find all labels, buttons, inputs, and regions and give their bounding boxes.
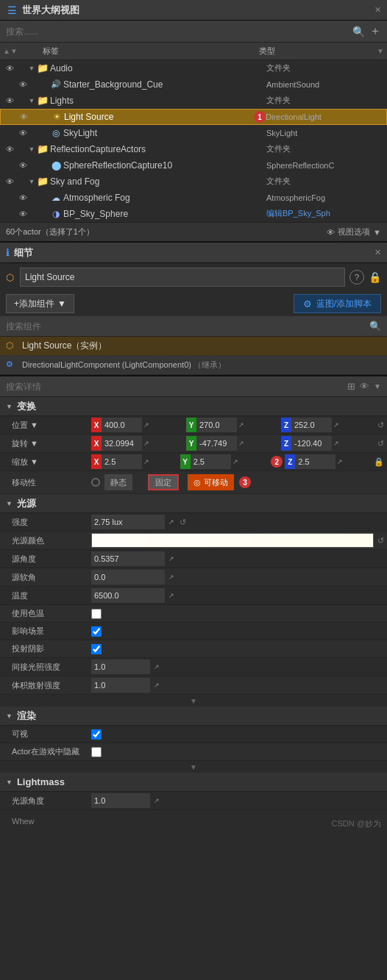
scale-x-input[interactable] (102, 454, 142, 469)
tree-item-starter[interactable]: 👁 🔊 Starter_Background_Cue AmbientSound (0, 76, 387, 93)
lock-scale-icon[interactable]: 🔒 (374, 457, 384, 467)
light-color-value: ↺ (88, 532, 387, 549)
add-component-row: +添加组件 ▼ ⚙ 蓝图/添加脚本 (0, 291, 387, 316)
add-component-button[interactable]: +添加组件 ▼ (6, 294, 74, 313)
static-button[interactable]: 静态 (104, 474, 132, 490)
help-icon[interactable]: ? (349, 270, 364, 285)
search-icon-small[interactable]: 🔍 (369, 321, 381, 332)
eye-options-icon[interactable]: 👁 (360, 381, 369, 392)
expand-icon: ↗ (143, 440, 149, 447)
tree-item-atmofog[interactable]: 👁 ☁ Atmospheric Fog AtmosphericFog (0, 190, 387, 206)
add-icon[interactable]: ＋ (369, 24, 381, 39)
affects-world-label: 影响场景 (0, 626, 88, 637)
reset-intensity-icon[interactable]: ↺ (180, 518, 186, 527)
eye-icon[interactable]: 👁 (17, 110, 30, 124)
blueprint-button[interactable]: ⚙ 蓝图/添加脚本 (294, 294, 381, 313)
item-type-link[interactable]: 编辑BP_Sky_Sph (266, 208, 384, 219)
tree-item-skylight[interactable]: 👁 ◎ SkyLight SkyLight (0, 125, 387, 141)
eye-icon[interactable]: 👁 (3, 143, 16, 156)
eye-icon[interactable]: 👁 (3, 62, 16, 75)
lock-icon[interactable]: 🔒 (369, 271, 381, 283)
rotation-label: 旋转 ▼ (0, 438, 88, 449)
position-x-field: X ↗ (91, 418, 184, 432)
eye-icon[interactable]: 👁 (16, 207, 29, 221)
tree-item-audio[interactable]: 👁 ▼ 📁 Audio 文件夹 (0, 60, 387, 76)
use-temperature-row: 使用色温 (0, 605, 387, 623)
use-temperature-checkbox[interactable] (91, 609, 102, 619)
details-panel: ℹ 细节 ✕ ⬡ ? 🔒 +添加组件 ▼ ⚙ 蓝图/添加脚本 🔍 ⬡ Light… (0, 243, 387, 376)
rotation-row: 旋转 ▼ X ↗ Y ↗ Z ↗ ↺ (0, 434, 387, 453)
temperature-input[interactable] (91, 588, 165, 603)
scale-z-input[interactable] (295, 454, 335, 469)
transform-section-header[interactable]: ▼ 变换 (0, 397, 387, 416)
details-close-icon[interactable]: ✕ (374, 248, 381, 257)
eye-icon[interactable]: 👁 (16, 126, 29, 140)
expand-arrow[interactable]: ▼ (26, 176, 37, 187)
scale-z-field: Z ↗ (285, 454, 372, 469)
filter-icon[interactable]: ▼ (377, 47, 384, 55)
view-options-button[interactable]: 👁 视图选项 ▼ (327, 226, 381, 237)
tree-item-skyfog[interactable]: 👁 ▼ 📁 Sky and Fog 文件夹 (0, 174, 387, 190)
rotation-z-input[interactable] (291, 436, 332, 451)
hidden-in-game-value (88, 745, 387, 759)
tree-item-lights[interactable]: 👁 ▼ 📁 Lights 文件夹 (0, 93, 387, 109)
section-title: 渲染 (17, 709, 36, 723)
source-angle-input[interactable] (91, 551, 165, 566)
visible-checkbox[interactable] (91, 729, 102, 740)
skylight-icon: ◎ (50, 127, 62, 139)
vol-scatter-input[interactable] (91, 678, 150, 693)
tree-item-lightsource[interactable]: 👁 ☀ Light Source 1 DirectionalLight (0, 109, 387, 125)
item-type: 文件夹 (266, 95, 384, 106)
reset-position-icon[interactable]: ↺ (377, 421, 384, 430)
lightmass-section-header[interactable]: ▼ Lightmass (0, 773, 387, 792)
lightsource-section-header[interactable]: ▼ 光源 (0, 494, 387, 513)
render-section-header[interactable]: ▼ 渲染 (0, 707, 387, 726)
actor-name-input[interactable] (20, 268, 345, 287)
eye-icon[interactable]: 👁 (3, 175, 16, 188)
vol-scatter-row: 体积散射强度 ↗ (0, 676, 387, 695)
tree-item-bpsky[interactable]: 👁 ◑ BP_Sky_Sphere 编辑BP_Sky_Sph (0, 206, 387, 222)
position-x-input[interactable] (102, 418, 142, 432)
expand-arrow[interactable]: ▼ (26, 96, 37, 106)
indirect-intensity-value: ↗ (88, 658, 387, 676)
eye-icon[interactable]: 👁 (16, 78, 29, 91)
lightmass-source-angle-input[interactable] (91, 793, 150, 808)
scale-y-input[interactable] (191, 454, 231, 469)
intensity-input[interactable] (91, 515, 165, 529)
position-z-input[interactable] (291, 418, 332, 432)
reset-rotation-icon[interactable]: ↺ (377, 439, 384, 448)
component-row[interactable]: ⚙ DirectionalLightComponent (LightCompon… (0, 356, 387, 375)
rotation-x-input[interactable] (102, 436, 142, 451)
eye-icon[interactable]: 👁 (3, 94, 16, 107)
search-icon[interactable]: 🔍 (352, 26, 365, 37)
hidden-in-game-checkbox[interactable] (91, 747, 102, 757)
props-search-input[interactable] (6, 382, 343, 392)
dropdown-arrow[interactable]: ▼ (374, 382, 381, 390)
tree-item-sphere[interactable]: 👁 ⬤ SphereReflectionCapture10 SphereRefl… (0, 157, 387, 174)
cast-shadows-checkbox[interactable] (91, 644, 102, 654)
expand-icon: ↗ (168, 573, 174, 581)
grid-icon[interactable]: ⊞ (347, 381, 355, 392)
movable-button[interactable]: ◎ 可移动 (188, 474, 234, 490)
outliner-search-input[interactable] (6, 26, 348, 37)
outliner-close-icon[interactable]: ✕ (374, 5, 381, 15)
source-soft-angle-input[interactable] (91, 570, 165, 584)
color-swatch[interactable] (91, 533, 374, 548)
expand-arrow[interactable]: ▼ (26, 144, 37, 154)
fixed-button[interactable]: 固定 (148, 474, 179, 490)
tree-item-reflections[interactable]: 👁 ▼ 📁 ReflectionCaptureActors 文件夹 (0, 141, 387, 157)
reset-color-icon[interactable]: ↺ (377, 536, 384, 546)
expand-arrow[interactable]: ▼ (26, 63, 37, 74)
eye-icon[interactable]: 👁 (16, 159, 29, 172)
type-column-header: 类型 (259, 46, 377, 57)
expand-icon: ↗ (333, 421, 339, 429)
rotation-y-input[interactable] (196, 436, 237, 451)
affects-world-checkbox[interactable] (91, 626, 102, 637)
indirect-intensity-input[interactable] (91, 659, 150, 674)
component-search-input[interactable] (6, 321, 365, 332)
position-y-input[interactable] (196, 418, 237, 432)
item-label: Light Source (64, 112, 252, 122)
eye-icon[interactable]: 👁 (16, 191, 29, 204)
rotation-y-field: Y ↗ (186, 436, 279, 451)
instance-row[interactable]: ⬡ Light Source（实例） (0, 337, 387, 356)
